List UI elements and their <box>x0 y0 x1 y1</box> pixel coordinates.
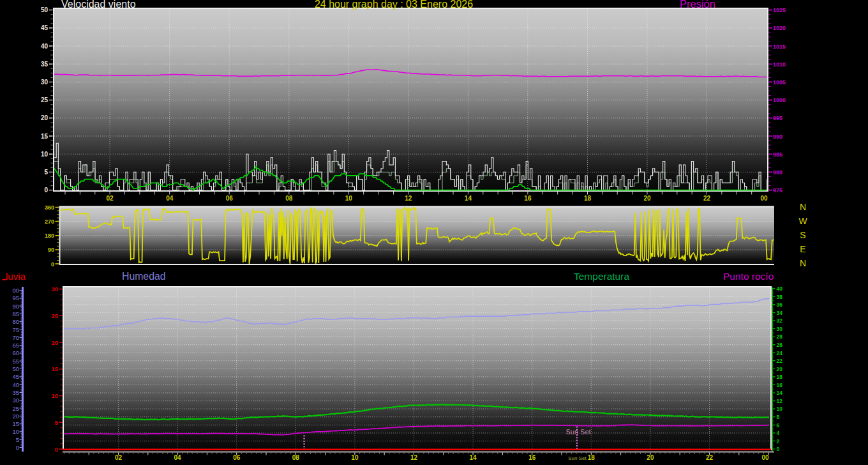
svg-text:Sun Set: Sun Set <box>568 455 587 461</box>
svg-text:34: 34 <box>777 310 783 316</box>
svg-text:24 hour graph day : 03 Enero 2: 24 hour graph day : 03 Enero 2026 <box>315 0 473 10</box>
svg-text:10: 10 <box>12 428 19 435</box>
svg-text:1010: 1010 <box>773 61 786 68</box>
svg-text:20: 20 <box>647 454 654 461</box>
svg-text:95: 95 <box>12 294 19 301</box>
svg-text:55: 55 <box>12 358 19 365</box>
svg-text:50: 50 <box>12 365 19 372</box>
svg-text:35: 35 <box>12 389 19 396</box>
svg-text:5: 5 <box>16 436 19 443</box>
svg-text:6: 6 <box>777 422 780 429</box>
svg-text:0: 0 <box>16 444 19 451</box>
svg-text:995: 995 <box>773 115 782 121</box>
svg-text:luvia: luvia <box>6 271 26 282</box>
svg-text:12: 12 <box>410 454 418 461</box>
svg-text:0: 0 <box>44 187 48 194</box>
svg-text:16: 16 <box>777 382 783 388</box>
svg-text:4: 4 <box>777 430 780 436</box>
svg-text:Sun Set: Sun Set <box>565 428 590 436</box>
svg-text:06: 06 <box>233 454 241 461</box>
svg-text:38: 38 <box>777 294 783 300</box>
svg-text:360: 360 <box>45 204 54 211</box>
svg-text:990: 990 <box>773 133 782 140</box>
svg-text:1000: 1000 <box>773 97 786 103</box>
svg-text:10: 10 <box>41 151 49 158</box>
svg-text:S: S <box>800 230 805 240</box>
svg-text:15: 15 <box>51 365 58 372</box>
svg-text:E: E <box>800 244 805 254</box>
svg-text:16: 16 <box>528 454 536 461</box>
svg-text:180: 180 <box>45 232 54 239</box>
svg-text:985: 985 <box>773 151 782 158</box>
svg-text:26: 26 <box>777 342 783 348</box>
svg-text:15: 15 <box>41 133 49 140</box>
svg-text:0: 0 <box>55 446 58 453</box>
svg-text:0: 0 <box>51 261 54 268</box>
svg-text:1005: 1005 <box>773 79 786 86</box>
svg-text:Humedad: Humedad <box>122 271 166 282</box>
svg-text:Presión: Presión <box>680 0 715 10</box>
svg-text:90: 90 <box>12 303 19 310</box>
svg-text:45: 45 <box>41 24 49 31</box>
svg-text:50: 50 <box>41 6 49 13</box>
svg-text:20: 20 <box>41 114 49 121</box>
svg-text:08: 08 <box>292 454 300 461</box>
svg-text:10: 10 <box>351 454 359 461</box>
svg-text:08: 08 <box>285 195 293 202</box>
svg-text:W: W <box>798 216 807 226</box>
svg-text:40: 40 <box>41 43 49 50</box>
svg-text:06: 06 <box>226 195 234 202</box>
svg-text:1020: 1020 <box>773 25 786 31</box>
svg-text:22: 22 <box>777 358 783 364</box>
svg-text:1015: 1015 <box>773 43 786 50</box>
svg-text:02: 02 <box>115 454 123 461</box>
svg-text:25: 25 <box>12 405 19 412</box>
svg-text:30: 30 <box>12 397 19 404</box>
svg-text:20: 20 <box>51 339 58 346</box>
svg-text:Temperatura: Temperatura <box>574 271 629 282</box>
svg-text:20: 20 <box>777 366 783 372</box>
svg-text:30: 30 <box>51 286 58 293</box>
svg-text:Punto rocío: Punto rocío <box>723 271 774 282</box>
svg-text:04: 04 <box>166 195 174 202</box>
svg-text:12: 12 <box>777 398 783 404</box>
svg-text:00: 00 <box>760 195 768 202</box>
svg-text:02: 02 <box>107 195 114 202</box>
svg-text:10: 10 <box>51 392 58 399</box>
svg-text:75: 75 <box>12 326 19 333</box>
svg-text:70: 70 <box>12 334 19 341</box>
svg-text:40: 40 <box>12 381 19 388</box>
svg-text:N: N <box>800 258 806 268</box>
svg-text:15: 15 <box>12 420 19 427</box>
svg-text:22: 22 <box>706 454 714 461</box>
svg-text:18: 18 <box>584 195 592 202</box>
svg-text:1025: 1025 <box>773 7 786 13</box>
svg-text:975: 975 <box>773 187 782 194</box>
svg-text:90: 90 <box>48 247 54 253</box>
svg-text:80: 80 <box>12 318 19 325</box>
svg-text:30: 30 <box>777 326 783 332</box>
svg-text:12: 12 <box>405 195 412 202</box>
svg-text:10: 10 <box>777 406 783 412</box>
svg-text:N: N <box>800 202 806 212</box>
svg-text:04: 04 <box>174 454 182 461</box>
svg-text:25: 25 <box>51 312 58 319</box>
svg-text:980: 980 <box>773 169 782 176</box>
svg-text:Velocidad viento: Velocidad viento <box>61 0 136 10</box>
svg-text:00: 00 <box>761 454 769 461</box>
svg-text:28: 28 <box>777 333 783 340</box>
svg-text:14: 14 <box>470 454 477 461</box>
svg-text:20: 20 <box>643 195 651 202</box>
svg-text:14: 14 <box>465 195 472 202</box>
svg-text:18: 18 <box>777 374 783 380</box>
svg-text:2: 2 <box>777 438 780 445</box>
svg-text:32: 32 <box>777 317 783 324</box>
svg-text:00: 00 <box>12 287 19 294</box>
svg-text:16: 16 <box>524 195 532 202</box>
svg-text:30: 30 <box>41 79 49 86</box>
svg-text:10: 10 <box>345 195 353 202</box>
svg-text:60: 60 <box>12 349 19 356</box>
svg-text:65: 65 <box>12 342 19 349</box>
svg-text:5: 5 <box>55 419 59 426</box>
svg-text:5: 5 <box>44 169 48 176</box>
